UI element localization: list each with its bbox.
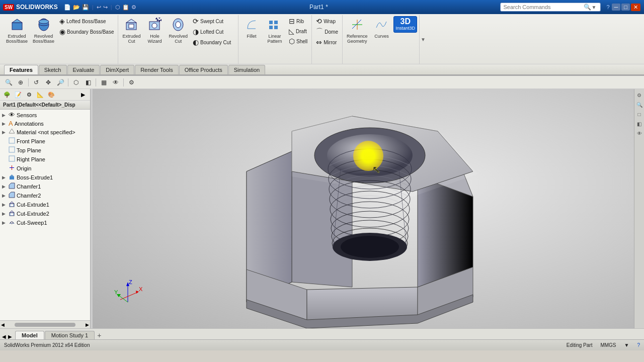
view-orientation-button[interactable]: ⬡ — [70, 77, 82, 87]
display-right-button[interactable]: □ — [635, 110, 643, 118]
tree-item-cut-sweep1[interactable]: ▶ Cut-Sweep1 — [0, 218, 90, 227]
boundary-boss-button[interactable]: ◉ Boundary Boss/Base — [57, 27, 116, 37]
tree-item-cut-extrude1[interactable]: ▶ Cut-Extrude1 — [0, 200, 90, 209]
expand-boss-extrude1[interactable]: ▶ — [2, 175, 7, 180]
expand-origin[interactable]: ▶ — [2, 166, 7, 171]
display-manager-tab[interactable]: 🎨 — [46, 90, 56, 99]
scroll-thumb[interactable] — [15, 323, 75, 327]
expand-chamfer1[interactable]: ▶ — [2, 184, 7, 189]
expand-chamfer2[interactable]: ▶ — [2, 193, 7, 198]
undo-icon[interactable]: ↩ — [97, 4, 101, 11]
rotate-button[interactable]: ↺ — [31, 77, 42, 87]
file-props-icon[interactable]: 📋 — [122, 4, 129, 11]
shell-button[interactable]: ⬡ Shell — [287, 36, 309, 46]
tree-item-boss-extrude1[interactable]: ▶ Boss-Extrude1 — [0, 173, 90, 182]
zoom-right-button[interactable]: 🔍 — [635, 101, 643, 109]
maximize-button[interactable]: □ — [621, 4, 630, 11]
model-tab[interactable]: Model — [15, 331, 44, 339]
hide-right-button[interactable]: 👁 — [635, 129, 643, 137]
tree-item-right-plane[interactable]: ▶ Right Plane — [0, 155, 90, 164]
section-right-button[interactable]: ◧ — [635, 120, 643, 128]
tab-sketch[interactable]: Sketch — [39, 65, 67, 74]
tree-item-chamfer1[interactable]: ▶ Chamfer1 — [0, 182, 90, 191]
expand-sensors[interactable]: ▶ — [2, 113, 7, 118]
view-settings-right-button[interactable]: ⚙ — [635, 91, 643, 99]
hole-wizard-button[interactable]: ⚙ HoleWizard — [143, 16, 166, 46]
wrap-button[interactable]: ⟲ Wrap — [314, 16, 340, 26]
dome-button[interactable]: ⌒ Dome — [314, 26, 340, 37]
rebuild-icon[interactable]: ⬡ — [115, 4, 120, 11]
sidebar-scrollbar[interactable]: ◀ ▶ — [0, 320, 90, 328]
expand-cut-extrude1[interactable]: ▶ — [2, 202, 7, 207]
tab-render-tools[interactable]: Render Tools — [135, 65, 179, 74]
extruded-cut-button[interactable]: ExtrudedCut — [120, 16, 142, 46]
tree-item-sensors[interactable]: ▶ 👁 Sensors — [0, 111, 90, 119]
viewport[interactable]: ↖ Z X Y ⚙ 🔍 □ ◧ 👁 — [93, 89, 644, 328]
expand-annotations[interactable]: ▶ — [2, 121, 7, 126]
tab-scroll-left-icon[interactable]: ◀ — [2, 334, 6, 339]
search-input[interactable] — [503, 4, 584, 10]
add-motion-study-button[interactable]: + — [97, 331, 101, 339]
mirror-button[interactable]: ⇔ Mirror — [314, 37, 340, 47]
expand-top-plane[interactable]: ▶ — [2, 148, 7, 153]
tree-item-material[interactable]: ▶ Material <not specified> — [0, 128, 90, 137]
tab-office-products[interactable]: Office Products — [179, 65, 228, 74]
draft-button[interactable]: ◺ Draft — [287, 26, 309, 36]
tab-evaluate[interactable]: Evaluate — [67, 65, 100, 74]
help-icon[interactable]: ? — [606, 4, 609, 10]
close-button[interactable]: ✕ — [631, 4, 640, 11]
units-dropdown-icon[interactable]: ▼ — [624, 342, 629, 348]
revolved-cut-button[interactable]: RevolvedCut — [167, 16, 190, 46]
minimize-button[interactable]: ─ — [612, 4, 621, 11]
tree-item-chamfer2[interactable]: ▶ Chamfer2 — [0, 191, 90, 200]
motion-study-tab[interactable]: Motion Study 1 — [45, 331, 95, 339]
linear-pattern-button[interactable]: LinearPattern — [264, 16, 286, 46]
scroll-right-icon[interactable]: ▶ — [86, 322, 89, 327]
search-dropdown-icon[interactable]: ▼ — [591, 5, 596, 10]
tree-item-annotations[interactable]: ▶ A Annotations — [0, 119, 90, 128]
scroll-left-icon[interactable]: ◀ — [1, 322, 5, 327]
lofted-cut-button[interactable]: ◑ Lofted Cut — [191, 27, 236, 37]
tab-features[interactable]: Features — [4, 65, 38, 74]
expand-cut-extrude2[interactable]: ▶ — [2, 211, 7, 216]
expand-cut-sweep1[interactable]: ▶ — [2, 220, 7, 225]
open-icon[interactable]: 📂 — [73, 4, 80, 11]
tree-item-cut-extrude2[interactable]: ▶ Cut-Extrude2 — [0, 209, 90, 218]
dim-xpert-manager-tab[interactable]: 📐 — [35, 90, 45, 99]
lofted-boss-button[interactable]: ◈ Lofted Boss/Base — [57, 16, 116, 26]
expand-right-plane[interactable]: ▶ — [2, 157, 7, 162]
zoom-to-fit-button[interactable]: 🔍 — [3, 77, 14, 87]
tree-item-front-plane[interactable]: ▶ Front Plane — [0, 137, 90, 146]
expand-material[interactable]: ▶ — [2, 130, 7, 135]
revolved-boss-button[interactable]: RevolvedBoss/Base — [31, 16, 56, 46]
reference-geometry-button[interactable]: ReferenceGeometry — [345, 16, 370, 46]
new-icon[interactable]: 📄 — [64, 4, 71, 11]
zoom-in-button[interactable]: ⊕ — [15, 77, 26, 87]
property-manager-tab[interactable]: 📝 — [13, 90, 23, 99]
view-settings-button[interactable]: ⚙ — [126, 77, 137, 87]
tree-item-origin[interactable]: ▶ Origin — [0, 164, 90, 173]
tab-scroll-right-icon[interactable]: ▶ — [8, 334, 12, 339]
instant3d-button[interactable]: 3D Instant3D — [393, 16, 417, 33]
tree-item-top-plane[interactable]: ▶ Top Plane — [0, 146, 90, 155]
tab-dimxpert[interactable]: DimXpert — [100, 65, 134, 74]
options-icon[interactable]: ⚙ — [131, 4, 136, 11]
display-style-button[interactable]: ▦ — [98, 77, 109, 87]
help-button[interactable]: ? — [637, 342, 640, 348]
ribbon-overflow-button[interactable]: ▼ — [421, 37, 426, 42]
pan-button[interactable]: ✥ — [43, 77, 54, 87]
tab-simulation[interactable]: Simulation — [228, 65, 265, 74]
extruded-boss-button[interactable]: ExtrudedBoss/Base — [4, 16, 30, 46]
save-icon[interactable]: 💾 — [82, 4, 89, 11]
boundary-cut-button[interactable]: ◐ Boundary Cut — [191, 37, 236, 47]
expand-all-button[interactable]: ▶ — [78, 90, 88, 99]
rib-button[interactable]: ⊟ Rib — [287, 16, 309, 26]
zoom-button[interactable]: 🔎 — [55, 77, 66, 87]
section-view-button[interactable]: ◧ — [83, 77, 94, 87]
swept-cut-button[interactable]: ⟳ Swept Cut — [191, 16, 236, 26]
fillet-button[interactable]: Fillet — [240, 16, 263, 41]
hide-show-button[interactable]: 👁 — [110, 77, 121, 87]
redo-icon[interactable]: ↪ — [103, 4, 108, 11]
curves-button[interactable]: Curves — [370, 16, 392, 41]
feature-manager-tab[interactable]: 🌳 — [2, 90, 12, 99]
